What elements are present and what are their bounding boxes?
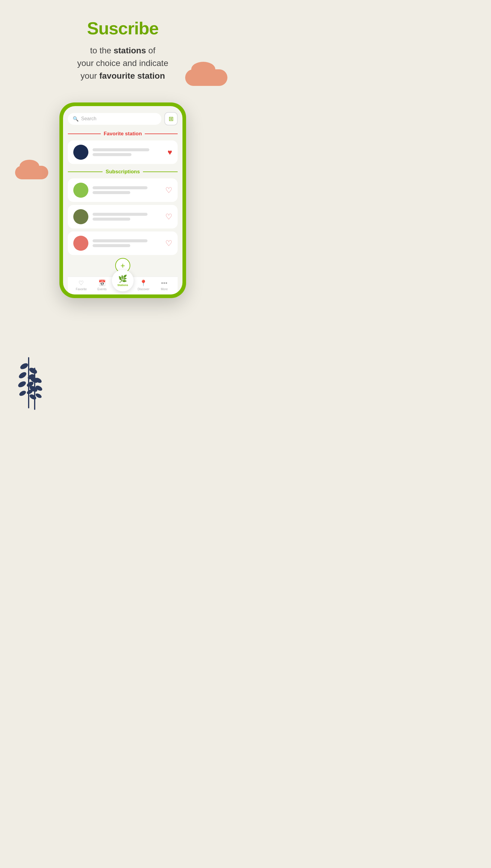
subscription-info-1 [93, 186, 161, 194]
subscription-heart-3[interactable]: ♡ [165, 239, 172, 248]
svg-point-1 [19, 362, 29, 370]
subscriptions-section-header: Subscriptions [68, 169, 178, 175]
nav-events[interactable]: 📅 Events [92, 279, 113, 291]
svg-point-8 [29, 393, 37, 401]
search-icon: 🔍 [73, 116, 79, 122]
subscription-avatar-2 [73, 209, 88, 224]
more-nav-icon: ••• [161, 280, 167, 287]
phone-screen-area: 🔍 Search ⊞ Favorite station [63, 106, 182, 294]
stations-nav-icon: 🌿 [118, 275, 127, 283]
favorite-line-right [145, 133, 178, 134]
subscription-avatar-3 [73, 236, 88, 251]
svg-point-7 [29, 384, 38, 393]
qr-icon: ⊞ [169, 115, 174, 122]
subscription-item-2[interactable]: ♡ [68, 205, 178, 228]
nav-discover[interactable]: 📍 Discover [133, 279, 154, 291]
nav-more[interactable]: ••• More [154, 280, 175, 291]
subscriptions-section: Subscriptions ♡ [68, 169, 178, 273]
favorite-station-item[interactable]: ♥ [68, 141, 178, 164]
subscription-line2-2 [93, 218, 130, 221]
favorite-nav-icon: ♡ [79, 279, 84, 287]
favorite-station-avatar [73, 145, 88, 160]
cloud-left-decoration [15, 166, 48, 179]
subscriptions-line-right [143, 172, 178, 172]
subscription-item-3[interactable]: ♡ [68, 231, 178, 255]
subscription-heart-2[interactable]: ♡ [165, 212, 172, 221]
svg-point-2 [18, 371, 27, 379]
favorite-section-header: Favorite station [68, 131, 178, 137]
bottom-navigation: 🌿 Stations ♡ Favorite 📅 Events [68, 277, 178, 294]
svg-point-4 [19, 390, 27, 397]
svg-rect-0 [28, 357, 29, 408]
search-bar[interactable]: 🔍 Search ⊞ [68, 112, 178, 125]
header-section: Suscribe to the stations of your choice … [0, 0, 246, 88]
active-nav-bubble[interactable]: 🌿 Stations [112, 270, 134, 291]
favorite-line-left [68, 133, 101, 134]
favorite-station-line2 [93, 153, 132, 156]
favorite-nav-label: Favorite [76, 287, 87, 291]
subscription-line2-1 [93, 191, 130, 194]
favorite-station-info [93, 148, 164, 156]
plant-decoration-left [17, 348, 41, 408]
phone-outer-frame: 🔍 Search ⊞ Favorite station [59, 102, 186, 298]
more-nav-label: More [161, 287, 168, 291]
events-nav-label: Events [97, 287, 107, 291]
subscription-item-1[interactable]: ♡ [68, 179, 178, 202]
favorite-section-title: Favorite station [104, 131, 142, 137]
favorite-station-line1 [93, 148, 149, 151]
subscription-line1-1 [93, 186, 147, 189]
stations-nav-label: Stations [117, 284, 128, 287]
subscription-line1-3 [93, 239, 147, 242]
phone-content: 🔍 Search ⊞ Favorite station [63, 106, 182, 294]
discover-nav-icon: 📍 [140, 279, 147, 287]
discover-nav-label: Discover [138, 287, 149, 291]
nav-favorite[interactable]: ♡ Favorite [71, 279, 92, 291]
svg-point-5 [28, 367, 38, 375]
subscription-heart-1[interactable]: ♡ [165, 186, 172, 195]
events-nav-icon: 📅 [98, 279, 106, 287]
subscription-line2-3 [93, 244, 130, 247]
svg-point-3 [17, 380, 27, 389]
subscriptions-line-left [68, 172, 103, 172]
subscription-avatar-1 [73, 183, 88, 198]
subscription-line1-2 [93, 213, 147, 216]
subscription-info-3 [93, 239, 161, 247]
search-input-wrap[interactable]: 🔍 Search [68, 113, 161, 125]
phone-mockup: 🔍 Search ⊞ Favorite station [59, 102, 186, 298]
main-title: Suscribe [0, 18, 246, 38]
subtitle-text: to the stations of your choice and indic… [0, 44, 246, 82]
qr-button[interactable]: ⊞ [164, 112, 178, 125]
favorite-heart-icon[interactable]: ♥ [168, 148, 172, 157]
subscriptions-section-title: Subscriptions [106, 169, 140, 175]
svg-point-6 [29, 375, 39, 384]
search-placeholder: Search [81, 116, 96, 121]
subscription-info-2 [93, 213, 161, 221]
